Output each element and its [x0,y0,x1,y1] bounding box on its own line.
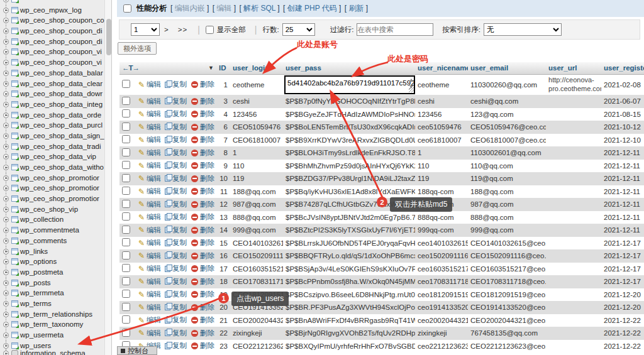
row-checkbox[interactable] [122,135,130,143]
cell-user-login[interactable]: ceshi [230,95,283,108]
cell-user-nicename[interactable]: 999qq-com [415,224,468,237]
cell-user-registered[interactable]: 2021-12-11 [601,198,644,211]
cell-user-login[interactable]: 999@qq.com [230,224,283,237]
expand-plus-icon[interactable] [3,185,9,191]
delete-row-link[interactable]: 删除 [191,148,214,158]
sidebar-table-item[interactable]: wp_links [0,246,112,257]
sidebar-table-item[interactable]: wp_ceo_shop_coupon_di [0,36,112,47]
cell-user-url[interactable] [546,172,601,185]
sidebar-table-item[interactable]: wp_ceo_shop_data_tradi [0,141,112,152]
sidebar-table-item[interactable]: wp_ceo_shop_data_vip [0,151,112,162]
cell-user-email[interactable]: 1103002601@qq.com [468,146,546,160]
cell-user-registered[interactable]: 2021-12-17 [601,237,644,250]
cell-user-email[interactable]: CEO1914133520@ceo.com [468,301,546,314]
cell-user-url[interactable] [546,211,601,224]
sidebar-table-item[interactable]: wp_ceo_shop_data_witho [0,162,112,173]
edit-row-link[interactable]: ✎编辑 [138,109,161,119]
row-checkbox[interactable] [122,123,130,131]
delete-row-link[interactable]: 删除 [191,212,214,222]
sidebar-table-item[interactable]: wp_ceo_shop_coupon_vi [0,57,112,68]
edit-row-link[interactable]: ✎编辑 [138,226,161,235]
cell-user-login[interactable]: CEO2002044321 [230,314,283,327]
copy-row-link[interactable]: 复制 [165,303,187,312]
cell-user-login[interactable]: CEO61810007 [230,134,283,147]
sidebar-table-item[interactable]: wp_ceo_shop_data_sign_ [0,131,112,141]
sort-caret-icon[interactable]: ▼ [208,65,214,71]
sidebar-table-item[interactable]: wp_commentmeta [0,225,112,236]
cell-user-nicename[interactable]: ceshi [415,95,468,108]
header-id[interactable]: ID [216,62,230,74]
profiling-checkbox[interactable] [123,4,131,13]
cell-user-email[interactable]: CEO1401032615@ceo.com [468,237,546,250]
cell-user-registered[interactable]: 2021-10-12 [601,121,644,134]
cell-user-nicename[interactable]: 888qq-com [415,211,468,224]
expand-plus-icon[interactable] [3,280,9,286]
cell-user-url[interactable] [546,134,601,147]
cell-user-email[interactable]: CEO1502091116@ceo.com [468,249,546,263]
edit-row-link[interactable]: ✎编辑 [138,303,161,312]
cell-user-pass[interactable]: $P$BZtcPI2S3K5lyTXSGlxUyF7I/6YjET1 [283,224,415,237]
cell-user-pass[interactable]: $P$BZDG37/PPv38Urgl1NlDA9iLJ2taxZ/ [283,172,415,185]
delete-row-link[interactable]: 删除 [191,97,214,106]
row-checkbox[interactable] [122,226,130,234]
row-checkbox[interactable] [122,80,130,88]
sidebar-table-item[interactable]: wp_terms [0,298,112,309]
cell-user-login[interactable]: CEO1708311718 [230,275,283,288]
cell-user-login[interactable]: ceotheme [230,74,283,95]
header-user-url[interactable]: user_url [546,62,601,74]
sidebar-table-item[interactable]: wp_ceo_shop_data_clear [0,79,112,89]
cell-user-pass[interactable]: $P$BBQFTRyLo.qld/qS/1dXoOhPB6mcxK/ [283,249,415,263]
delete-row-link[interactable]: 删除 [191,329,214,338]
cell-user-registered[interactable]: 2021-02-08 [601,74,644,95]
cell-user-login[interactable]: zixingkeji [230,327,283,340]
row-checkbox[interactable] [122,212,130,221]
cell-user-login[interactable]: 987@qq.com [230,198,283,211]
row-checkbox[interactable] [122,174,130,182]
row-checkbox[interactable] [122,109,130,117]
cell-user-nicename[interactable]: ceo2002044321 [415,314,468,327]
cell-user-url[interactable] [546,275,601,288]
cell-user-email[interactable]: CEO1708311718@ceo.com [468,275,546,288]
sidebar-table-item[interactable]: wp_ceo_shop_promotior [0,173,112,183]
row-checkbox[interactable] [122,303,130,311]
edit-row-link[interactable]: ✎编辑 [138,200,161,209]
cell-user-nicename[interactable]: 119 [415,172,468,185]
cell-user-registered[interactable]: 2021-12-11 [601,160,644,173]
cell-user-url[interactable] [546,301,601,314]
expand-plus-icon[interactable] [3,322,9,327]
expand-plus-icon[interactable] [3,207,9,212]
expand-plus-icon[interactable] [3,196,9,202]
delete-row-link[interactable]: 删除 [191,200,214,209]
edit-row-link[interactable]: ✎编辑 [138,290,161,299]
expand-plus-icon[interactable] [3,175,9,181]
cell-user-registered[interactable]: 2021-12-20 [601,301,644,314]
delete-row-link[interactable]: 删除 [191,341,214,351]
cell-user-email[interactable]: 110@qq.com [468,160,546,173]
page-select[interactable]: 1 [131,23,160,36]
password-edit-textarea[interactable] [284,75,415,94]
last-page-button[interactable]: >> [178,26,187,33]
cell-user-nicename[interactable]: ceo1603515217 [415,263,468,276]
query-action-link[interactable]: 刷新 [348,4,364,13]
copy-row-link[interactable]: 复制 [165,187,187,196]
row-checkbox[interactable] [122,97,130,105]
show-all-checkbox[interactable] [206,26,214,34]
cell-user-nicename[interactable]: 1 [415,146,468,160]
expand-plus-icon[interactable] [3,123,9,128]
edit-row-link[interactable]: ✎编辑 [138,329,161,338]
sidebar-table-item[interactable]: wp_term_relationships [0,309,112,320]
copy-row-link[interactable]: 复制 [165,123,187,132]
cell-user-pass[interactable]: $P$BSjAp3v/4LeS0KGIEhS9sKXIuOv7Fx0 [283,263,415,276]
copy-row-link[interactable]: 复制 [165,277,187,287]
delete-row-link[interactable]: 删除 [191,123,214,132]
cell-user-nicename[interactable]: zixingkeji [415,327,468,340]
expand-plus-icon[interactable] [3,144,9,150]
filter-input[interactable] [357,23,433,36]
cell-user-nicename[interactable]: ceo1708311718 [415,275,468,288]
edit-row-link[interactable]: ✎编辑 [138,315,161,325]
cell-user-login[interactable]: 888@qq.com [230,211,283,224]
sidebar-table-item[interactable]: wp_ceo_shop_coupon_co [0,15,112,26]
edit-row-link[interactable]: ✎编辑 [138,80,161,89]
copy-row-link[interactable]: 复制 [165,315,187,325]
sidebar-scrollbar[interactable] [104,0,112,355]
